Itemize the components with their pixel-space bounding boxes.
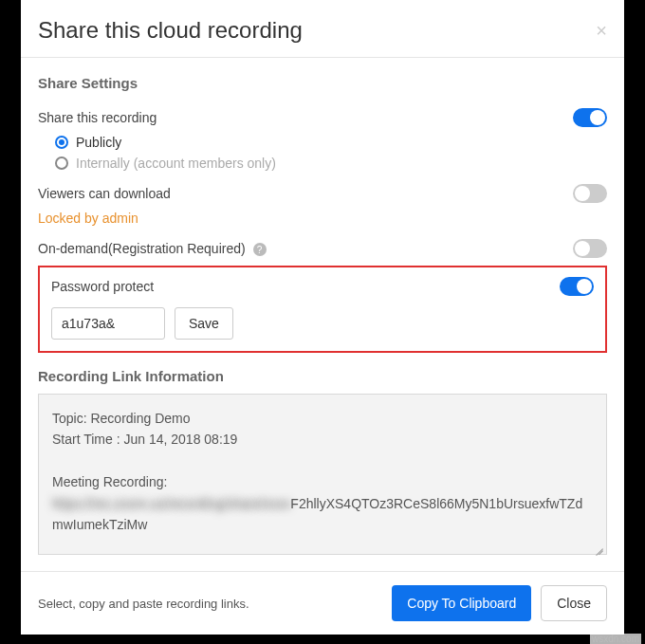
password-protect-row: Password protect	[51, 277, 594, 296]
meeting-recording-label: Meeting Recording:	[52, 471, 593, 492]
share-recording-label: Share this recording	[38, 110, 157, 125]
footer-buttons: Copy To Clipboard Close	[392, 585, 607, 621]
share-recording-toggle[interactable]	[573, 108, 607, 127]
radio-internally[interactable]: Internally (account members only)	[55, 156, 607, 171]
modal-footer: Select, copy and paste recording links. …	[21, 571, 624, 635]
on-demand-toggle[interactable]	[573, 239, 607, 258]
start-value: Jun 14, 2018 08:19	[123, 432, 237, 447]
share-recording-row: Share this recording	[38, 108, 607, 127]
radio-publicly-label: Publicly	[76, 135, 121, 150]
on-demand-label-text: On-demand(Registration Required)	[38, 241, 246, 256]
url-obscured-part: https://rec.zoom.us/recording/share/xxxx	[52, 496, 290, 511]
watermark-text: wsxdn.com	[590, 634, 641, 644]
radio-internally-label: Internally (account members only)	[76, 156, 276, 171]
password-protect-toggle[interactable]	[560, 277, 594, 296]
share-recording-modal: Share this cloud recording × Share Setti…	[21, 0, 624, 635]
link-info-heading: Recording Link Information	[38, 368, 607, 384]
share-recording-options: Publicly Internally (account members onl…	[55, 135, 607, 171]
share-settings-heading: Share Settings	[38, 75, 607, 91]
viewers-download-label: Viewers can download	[38, 186, 171, 201]
password-protect-section: Password protect Save	[38, 266, 607, 353]
copy-to-clipboard-button[interactable]: Copy To Clipboard	[392, 585, 531, 621]
viewers-download-toggle	[573, 184, 607, 203]
modal-body: Share Settings Share this recording Publ…	[21, 58, 624, 571]
meeting-recording-url: https://rec.zoom.us/recording/share/xxxx…	[52, 493, 593, 536]
locked-by-admin-text: Locked by admin	[38, 211, 607, 226]
start-label: Start Time :	[52, 432, 120, 447]
topic-value: Recording Demo	[90, 411, 190, 426]
password-protect-label: Password protect	[51, 279, 154, 294]
link-start-line: Start Time : Jun 14, 2018 08:19	[52, 429, 593, 450]
viewers-download-row: Viewers can download	[38, 184, 607, 203]
radio-dot-icon	[55, 156, 68, 170]
topic-label: Topic:	[52, 411, 87, 426]
help-icon[interactable]: ?	[253, 243, 267, 256]
on-demand-row: On-demand(Registration Required) ?	[38, 239, 607, 258]
password-input[interactable]	[51, 307, 165, 340]
password-controls: Save	[51, 307, 594, 340]
modal-header: Share this cloud recording ×	[21, 0, 624, 58]
link-topic-line: Topic: Recording Demo	[52, 408, 593, 429]
radio-publicly[interactable]: Publicly	[55, 135, 607, 150]
modal-title: Share this cloud recording	[38, 17, 303, 44]
resize-handle-icon[interactable]	[593, 541, 604, 552]
radio-dot-icon	[55, 136, 68, 149]
close-button[interactable]: Close	[541, 585, 607, 621]
close-icon[interactable]: ×	[596, 21, 607, 40]
save-button[interactable]: Save	[175, 307, 233, 340]
link-info-box[interactable]: Topic: Recording Demo Start Time : Jun 1…	[38, 394, 607, 555]
on-demand-label: On-demand(Registration Required) ?	[38, 241, 267, 257]
footer-hint: Select, copy and paste recording links.	[38, 597, 249, 611]
